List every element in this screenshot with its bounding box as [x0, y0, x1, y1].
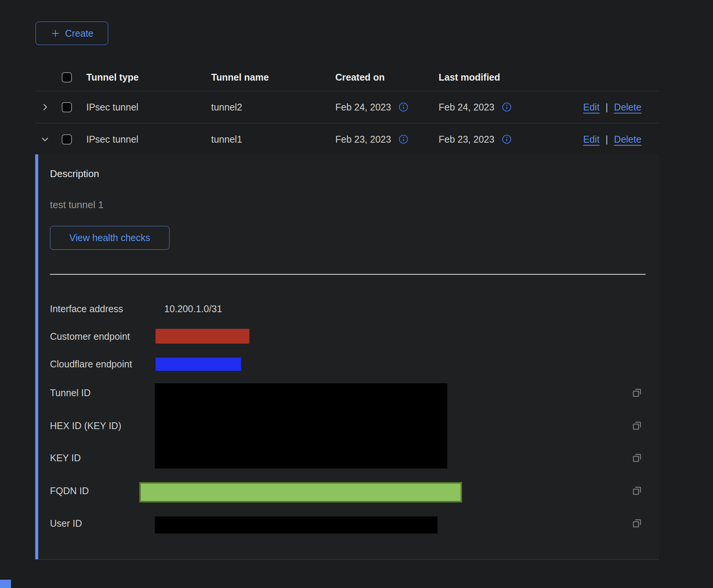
column-header-tunnel-name: Tunnel name [211, 72, 335, 83]
tunnel-type-cell: IPsec tunnel [86, 102, 211, 113]
redacted-fqdn-id [139, 482, 462, 502]
last-modified-cell: Feb 24, 2023 [439, 102, 583, 113]
info-icon[interactable] [399, 102, 408, 112]
created-on-cell: Feb 23, 2023 [335, 134, 439, 145]
copy-icon [631, 518, 643, 529]
field-label-tunnel-id: Tunnel ID [50, 387, 90, 399]
redacted-cloudflare-endpoint [156, 358, 241, 371]
info-icon[interactable] [502, 102, 512, 112]
plus-icon [50, 28, 61, 39]
column-header-created-on: Created on [335, 72, 439, 83]
last-modified-date: Feb 24, 2023 [439, 102, 494, 113]
field-label-cloudflare-endpoint: Cloudflare endpoint [50, 358, 132, 370]
created-on-date: Feb 23, 2023 [335, 134, 391, 145]
view-health-checks-button[interactable]: View health checks [50, 226, 170, 250]
info-icon[interactable] [399, 134, 408, 144]
field-label-key-id: KEY ID [50, 452, 81, 464]
action-separator: | [606, 134, 608, 145]
delete-link[interactable]: Delete [614, 102, 641, 113]
field-label-fqdn-id: FQDN ID [50, 485, 89, 497]
redacted-customer-endpoint [156, 329, 249, 344]
field-label-hex-id: HEX ID (KEY ID) [50, 420, 121, 432]
table-header-row: Tunnel type Tunnel name Created on Last … [35, 64, 659, 91]
column-header-last-modified: Last modified [439, 72, 583, 83]
description-heading: Description [50, 168, 99, 180]
tunnel-type-cell: IPsec tunnel [86, 134, 211, 145]
copy-tunnel-id-button[interactable] [631, 387, 643, 398]
table-row: IPsec tunnel tunnel1 Feb 23, 2023 Feb 23… [35, 123, 659, 155]
table-row: IPsec tunnel tunnel2 Feb 24, 2023 Feb 24… [35, 91, 659, 123]
section-divider [50, 274, 646, 275]
field-value-interface-address: 10.200.1.0/31 [164, 303, 222, 315]
copy-user-id-button[interactable] [631, 518, 643, 529]
row-checkbox[interactable] [62, 134, 72, 145]
row-checkbox[interactable] [62, 102, 72, 112]
copy-icon [631, 420, 643, 431]
expanded-row-indicator [35, 154, 38, 559]
last-modified-cell: Feb 23, 2023 [439, 134, 583, 145]
row-actions: Edit | Delete [583, 134, 659, 145]
select-all-cell [62, 72, 86, 82]
corner-accent [0, 580, 11, 588]
copy-icon [631, 387, 643, 398]
row-actions: Edit | Delete [583, 102, 659, 113]
field-label-customer-endpoint: Customer endpoint [50, 330, 130, 342]
create-button-label: Create [65, 28, 93, 39]
redacted-tunnel-hex-key-ids [155, 383, 447, 468]
create-button[interactable]: Create [36, 22, 108, 45]
chevron-down-icon[interactable] [40, 135, 50, 144]
field-label-user-id: User ID [50, 517, 82, 529]
copy-hex-id-button[interactable] [631, 420, 643, 431]
field-label-interface-address: Interface address [50, 303, 123, 315]
tunnel-detail-panel: Description test tunnel 1 View health ch… [35, 154, 659, 560]
copy-icon [631, 452, 643, 464]
action-separator: | [606, 102, 608, 113]
tunnel-name-cell: tunnel1 [211, 134, 335, 145]
column-header-tunnel-type: Tunnel type [86, 72, 211, 83]
copy-icon [631, 485, 643, 496]
row-checkbox-cell [62, 102, 86, 112]
tunnels-table: Tunnel type Tunnel name Created on Last … [35, 64, 659, 155]
created-on-cell: Feb 24, 2023 [335, 102, 439, 113]
delete-link[interactable]: Delete [614, 134, 641, 145]
last-modified-date: Feb 23, 2023 [439, 134, 494, 145]
description-value: test tunnel 1 [50, 199, 104, 211]
chevron-right-icon[interactable] [40, 103, 50, 112]
info-icon[interactable] [502, 134, 512, 144]
select-all-checkbox[interactable] [62, 72, 72, 82]
edit-link[interactable]: Edit [583, 102, 599, 113]
created-on-date: Feb 24, 2023 [335, 102, 391, 113]
copy-fqdn-id-button[interactable] [631, 485, 643, 496]
row-checkbox-cell [62, 134, 86, 145]
tunnel-name-cell: tunnel2 [211, 102, 335, 113]
copy-key-id-button[interactable] [631, 452, 643, 464]
redacted-user-id [155, 516, 437, 534]
edit-link[interactable]: Edit [583, 134, 599, 145]
